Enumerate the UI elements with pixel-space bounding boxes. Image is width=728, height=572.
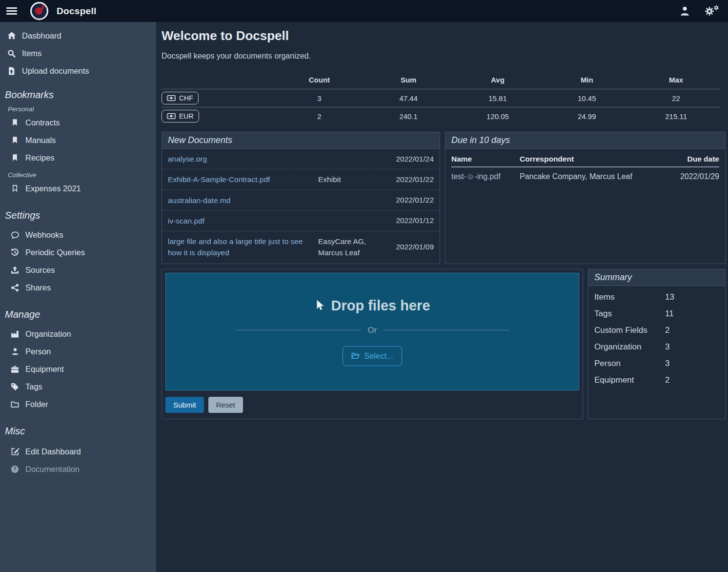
document-row: analyse.org 2022/01/24 [162,149,440,169]
sidebar-header-manage: Manage [5,309,156,320]
sidebar-sublabel-collective: Collective [8,171,156,179]
file-upload-icon [7,67,16,75]
document-link[interactable]: iv-scan.pdf [168,215,314,226]
stats-row-eur: EUR 2 240.1 120.05 24.99 215.11 [162,107,721,125]
sidebar-bookmark-expenses-2021[interactable]: Expenses 2021 [0,180,156,197]
select-files-button[interactable]: Select... [343,346,402,366]
summary-row: Organization 3 [594,339,719,355]
document-row: iv-scan.pdf 2022/01/12 [162,210,440,231]
document-link[interactable]: large file and also a large title just t… [168,236,314,259]
summary-row: Person 3 [594,355,719,372]
new-documents-panel: New Documents analyse.org 2022/01/24 Exh… [162,132,440,264]
summary-row: Equipment 2 [594,372,719,388]
main-content: Welcome to Docspell Docspell keeps your … [156,22,728,572]
tag-icon [10,383,20,391]
stats-header-row: Count Sum Avg Min Max [162,71,721,89]
sidebar-item-webhooks[interactable]: Webhooks [0,226,156,244]
due-panel-title: Due in 10 days [445,132,725,149]
bookmark-outline-icon [10,184,20,192]
user-icon[interactable] [680,6,690,16]
sidebar-item-person[interactable]: Person [0,343,156,360]
or-divider: Or [235,326,510,335]
sidebar-item-folder[interactable]: Folder [0,395,156,413]
home-icon [7,31,16,40]
document-link[interactable]: Exhibit-A-Sample-Contract.pdf [168,174,314,185]
new-documents-title: New Documents [162,132,440,149]
stats-col-sum: Sum [364,76,453,84]
due-document-link[interactable]: test-☺-ing.pdf [451,172,520,181]
sidebar-header-misc: Misc [5,426,156,437]
sidebar-item-dashboard[interactable]: Dasbhoard [0,27,156,44]
stats-col-min: Min [542,76,631,84]
money-bill-icon [167,113,176,119]
sidebar-item-edit-dashboard[interactable]: Edit Dashboard [0,443,156,460]
search-icon [7,49,16,58]
summary-row: Items 13 [594,289,719,306]
folder-icon [10,400,20,409]
bookmark-icon [10,136,20,144]
sidebar-sublabel-personal: Personal [8,105,156,113]
drop-title: Drop files here [314,298,430,314]
bookmark-icon [10,119,20,126]
page-title: Welcome to Docspell [162,28,726,43]
sidebar-item-tags[interactable]: Tags [0,378,156,395]
briefcase-icon [10,365,20,373]
summary-row: Custom Fields 2 [594,322,719,339]
stats-table: Count Sum Avg Min Max CHF 3 47.44 15.81 … [162,71,721,125]
sidebar-item-organization[interactable]: Organization [0,325,156,343]
sidebar-item-items[interactable]: Items [0,44,156,62]
sidebar-header-bookmarks: Bookmarks [5,89,156,101]
stats-row-chf: CHF 3 47.44 15.81 10.45 22 [162,89,721,107]
svg-text:?: ? [13,466,17,472]
bookmark-icon [10,154,20,162]
sidebar-item-documentation[interactable]: ? Documentation [0,460,156,478]
gears-icon[interactable] [705,5,719,18]
document-row: australian-date.md 2022/01/22 [162,190,440,210]
docspell-logo [30,2,48,20]
due-col-name: Name [451,155,520,163]
document-link[interactable]: australian-date.md [168,195,314,206]
question-circle-icon: ? [10,465,20,473]
document-row: Exhibit-A-Sample-Contract.pdf Exhibit 20… [162,169,440,189]
person-icon [10,347,20,355]
upload-icon [10,266,20,274]
top-navbar: Docspell [0,0,728,22]
file-drop-zone[interactable]: Drop files here Or Select... [165,273,579,390]
hamburger-menu-icon[interactable] [0,0,23,22]
submit-button[interactable]: Submit [165,397,204,413]
stats-col-avg: Avg [453,76,543,84]
edit-icon [10,447,20,456]
history-icon [10,248,20,257]
sidebar-bookmark-recipes[interactable]: Recipes [0,149,156,166]
due-col-correspondent: Correspondent [520,155,665,163]
cursor-pointer-icon [314,299,325,312]
sidebar-header-settings: Settings [5,210,156,221]
industry-icon [10,330,20,338]
summary-title: Summary [588,269,725,286]
sidebar-item-shares[interactable]: Shares [0,279,156,296]
page-subtitle: Docspell keeps your documents organized. [162,52,726,61]
app-title: Docspell [57,6,97,17]
due-panel: Due in 10 days Name Correspondent Due da… [445,132,726,264]
sidebar-bookmark-contracts[interactable]: Contracts [0,114,156,131]
document-row: large file and also a large title just t… [162,231,440,263]
document-link[interactable]: analyse.org [168,153,314,164]
reset-button[interactable]: Reset [208,397,243,413]
share-icon [10,284,20,292]
currency-badge-eur: EUR [162,110,199,123]
sidebar-item-sources[interactable]: Sources [0,261,156,279]
due-header-row: Name Correspondent Due date [451,151,719,167]
new-documents-list: analyse.org 2022/01/24 Exhibit-A-Sample-… [162,149,440,263]
stats-col-max: Max [631,76,721,84]
sidebar-item-equipment[interactable]: Equipment [0,360,156,378]
summary-panel: Summary Items 13 Tags 11 Custom Fields 2… [588,269,726,419]
due-row: test-☺-ing.pdf Pancake Company, Marcus L… [451,167,719,186]
comment-icon [10,231,20,239]
summary-row: Tags 11 [594,306,719,322]
sidebar-item-periodic-queries[interactable]: Periodic Queries [0,244,156,261]
currency-badge-chf: CHF [162,92,199,104]
sidebar: Dasbhoard Items Upload documents Bookmar… [0,22,156,572]
sidebar-item-upload-documents[interactable]: Upload documents [0,62,156,80]
sidebar-bookmark-manuals[interactable]: Manuals [0,131,156,149]
upload-panel: Drop files here Or Select... Submit Rese… [162,269,583,419]
